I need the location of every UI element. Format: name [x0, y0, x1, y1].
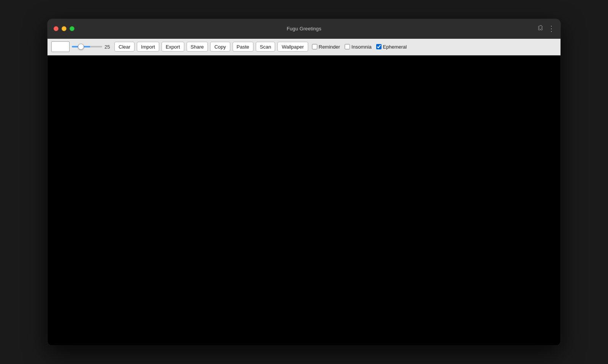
slider-value: 25: [104, 44, 112, 50]
reminder-label: Reminder: [319, 44, 340, 50]
insomnia-checkbox-label[interactable]: Insomnia: [345, 44, 372, 50]
more-icon[interactable]: ⋮: [548, 25, 555, 32]
slider-container: 25: [72, 44, 112, 50]
reminder-checkbox[interactable]: [312, 44, 317, 49]
reminder-checkbox-label[interactable]: Reminder: [312, 44, 340, 50]
wallpaper-button[interactable]: Wallpaper: [277, 42, 308, 52]
titlebar: Fugu Greetings ⋮: [48, 19, 560, 39]
insomnia-checkbox[interactable]: [345, 44, 350, 49]
maximize-button[interactable]: [70, 26, 74, 31]
size-slider[interactable]: [72, 46, 102, 47]
close-button[interactable]: [54, 26, 59, 31]
canvas-preview: [51, 41, 70, 52]
ephemeral-label: Ephemeral: [383, 44, 407, 50]
traffic-lights: [54, 26, 74, 31]
clear-button[interactable]: Clear: [114, 42, 135, 52]
main-canvas[interactable]: [48, 55, 560, 345]
app-window: Fugu Greetings ⋮ 25 Clear Import Export …: [48, 19, 560, 345]
window-title: Fugu Greetings: [287, 26, 321, 32]
scan-button[interactable]: Scan: [256, 42, 276, 52]
minimize-button[interactable]: [62, 26, 66, 31]
toolbar: 25 Clear Import Export Share Copy Paste …: [48, 39, 560, 55]
insomnia-label: Insomnia: [352, 44, 372, 50]
titlebar-actions: ⋮: [538, 25, 555, 32]
ephemeral-checkbox[interactable]: [376, 44, 382, 49]
import-button[interactable]: Import: [137, 42, 159, 52]
export-button[interactable]: Export: [162, 42, 184, 52]
checkbox-group: Reminder Insomnia Ephemeral: [312, 44, 407, 50]
copy-button[interactable]: Copy: [210, 42, 230, 52]
paste-button[interactable]: Paste: [233, 42, 253, 52]
share-button[interactable]: Share: [187, 42, 208, 52]
puzzle-icon[interactable]: [538, 25, 544, 32]
ephemeral-checkbox-label[interactable]: Ephemeral: [376, 44, 407, 50]
